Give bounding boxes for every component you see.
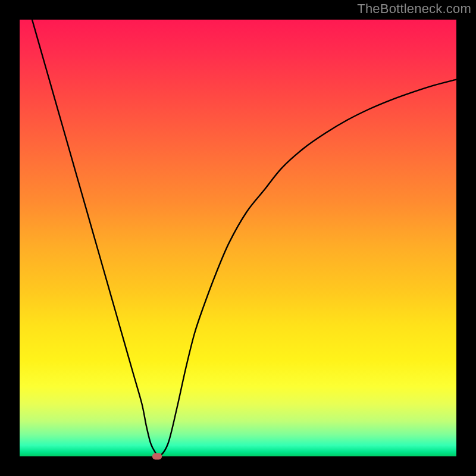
bottleneck-curve bbox=[20, 0, 456, 457]
watermark-text: TheBottleneck.com bbox=[357, 1, 471, 17]
plot-area bbox=[20, 20, 456, 456]
chart-container: TheBottleneck.com bbox=[0, 0, 476, 476]
curve-layer bbox=[20, 20, 456, 456]
optimal-point-marker bbox=[152, 453, 162, 460]
